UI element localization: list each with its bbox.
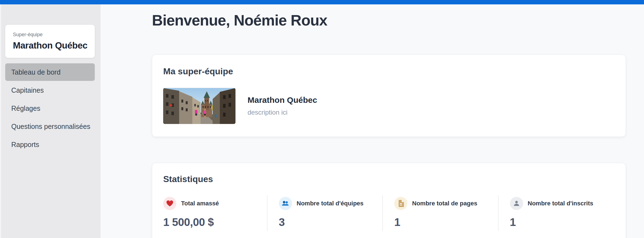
stat-value: 3 [279,216,380,228]
stat-label: Nombre total d'équipes [297,200,364,207]
sidebar-item-reports[interactable]: Rapports [5,136,95,153]
stat-total-registrants: Nombre total d'inscrits 1 [498,195,614,231]
sidebar-item-dashboard[interactable]: Tableau de bord [5,63,95,81]
stat-label: Nombre total d'inscrits [528,200,593,207]
sidebar-item-label: Capitaines [11,86,44,94]
sidebar-item-custom-questions[interactable]: Questions personnalisées [5,118,95,135]
statistics-card-title: Statistiques [163,174,614,184]
stat-total-raised: Total amassé 1 500,00 $ [163,195,267,231]
team-card-title: Ma super-équipe [163,66,614,76]
stats-row: Total amassé 1 500,00 $ [163,195,614,231]
sidebar-item-label: Questions personnalisées [11,123,90,131]
sidebar: Super-équipe Marathon Québec Tableau de … [0,4,101,238]
top-accent-bar [0,0,644,4]
quebec-street-photo-illustration [163,88,235,124]
super-team-name: Marathon Québec [13,40,89,51]
team-photo [163,88,235,124]
super-team-label: Super-équipe [13,32,89,38]
page-title: Bienvenue, Noémie Roux [152,12,626,29]
sidebar-team-card: Super-équipe Marathon Québec [5,25,95,58]
team-description: description ici [248,109,317,116]
stat-total-pages: Nombre total de pages 1 [382,195,498,231]
app-shell: Super-équipe Marathon Québec Tableau de … [0,4,644,238]
team-row: Marathon Québec description ici [163,88,614,124]
sidebar-nav: Tableau de bord Capitaines Réglages Ques… [5,63,95,154]
team-info: Marathon Québec description ici [248,95,317,116]
people-icon [279,197,292,210]
stat-value: 1 [510,216,611,228]
person-icon [510,197,523,210]
heart-icon [163,197,176,210]
stat-total-teams: Nombre total d'équipes 3 [267,195,383,231]
sidebar-item-captains[interactable]: Capitaines [5,81,95,99]
stat-value: 1 [394,216,495,228]
sidebar-item-settings[interactable]: Réglages [5,100,95,117]
sidebar-item-label: Tableau de bord [11,68,60,76]
page-icon [394,197,407,210]
my-super-team-card: Ma super-équipe [152,55,626,137]
statistics-card: Statistiques Total amassé 1 500,00 $ [152,163,626,238]
sidebar-item-label: Réglages [11,104,40,112]
stat-label: Nombre total de pages [412,200,477,207]
stat-value: 1 500,00 $ [163,216,264,228]
sidebar-item-label: Rapports [11,141,39,149]
main-content: Bienvenue, Noémie Roux Ma super-équipe [101,4,644,238]
team-name: Marathon Québec [248,95,317,105]
stat-label: Total amassé [181,200,219,207]
